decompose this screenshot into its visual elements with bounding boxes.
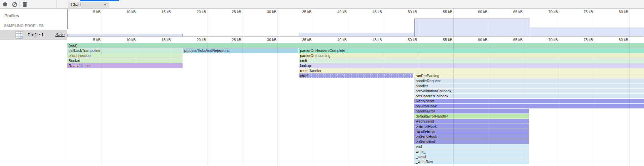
ruler-top-tick-label: 55 kB: [433, 10, 452, 14]
ruler-top-tick-label: 75 kB: [573, 10, 593, 14]
save-profile-link[interactable]: Save: [55, 32, 65, 37]
ruler-bottom-tick-label: 75 kB: [573, 38, 593, 42]
profile-icon: %: [15, 31, 23, 39]
flame-bar[interactable]: lookup: [299, 63, 644, 68]
vertical-scrollbar-thumb[interactable]: [67, 9, 68, 29]
ruler-bottom-tick-label: 70 kB: [538, 38, 558, 42]
flame-bar[interactable]: Reply.send: [414, 99, 644, 103]
grid-line: [313, 9, 313, 166]
ruler-bottom-tick-label: 20 kB: [187, 38, 206, 42]
ruler-top-tick-label: 45 kB: [363, 10, 382, 14]
flame-bar[interactable]: handleRequest: [414, 78, 644, 83]
ruler-top-tick-label: 60 kB: [468, 10, 488, 14]
delete-profile-button[interactable]: [22, 0, 28, 9]
view-mode-select[interactable]: Chart ▼: [68, 2, 109, 8]
ruler-bottom-tick-label: 45 kB: [363, 38, 382, 42]
ruler-top-tick-label: 15 kB: [151, 10, 171, 14]
record-button[interactable]: [2, 0, 8, 9]
ruler-bottom-tick-label: 60 kB: [468, 38, 488, 42]
grid-line: [418, 9, 418, 166]
ruler-bottom-tick-label: 15 kB: [151, 38, 171, 42]
flame-bar[interactable]: emit: [299, 58, 644, 63]
flame-bar[interactable]: (root): [67, 43, 644, 48]
flame-bar[interactable]: callbackTrampoline: [67, 48, 183, 53]
view-mode-value: Chart: [71, 2, 81, 7]
flame-bar[interactable]: _send: [414, 154, 529, 159]
ruler-top-tick-label: 50 kB: [397, 10, 417, 14]
record-icon: [3, 2, 7, 6]
sidebar: Profiles SAMPLING PROFILES % Profile 1 S…: [0, 9, 67, 166]
grid-line: [172, 9, 172, 166]
profiler-window: Chart ▼ Profiles SAMPLING PROFILES % Pro…: [0, 0, 644, 166]
flame-bar[interactable]: preValidationCallback: [414, 89, 644, 93]
grid-line: [242, 9, 242, 166]
flame-bar[interactable]: preHandlerCallback: [414, 94, 644, 98]
toolbar: Chart ▼: [0, 0, 644, 9]
flame-bar[interactable]: Readable.on: [67, 63, 183, 68]
ruler-bottom-tick-label: 30 kB: [257, 38, 276, 42]
clear-button[interactable]: [11, 0, 18, 9]
grid-line: [383, 9, 383, 166]
profile-name: Profile 1: [28, 32, 44, 37]
ruler-bottom-tick-label: 25 kB: [222, 38, 241, 42]
sidebar-title: Profiles: [4, 13, 19, 18]
ruler-top-tick-label: 30 kB: [257, 10, 276, 14]
flame-chart-area: 5 kB5 kB10 kB10 kB15 kB15 kB20 kB20 kB25…: [67, 9, 644, 166]
ruler-top-tick-label: 35 kB: [292, 10, 312, 14]
grid-line: [207, 9, 207, 166]
flame-bar[interactable]: Reply.send: [414, 119, 529, 124]
flame-bar[interactable]: onSendHook: [414, 134, 529, 139]
active-tab-indicator: [80, 0, 119, 1]
chevron-down-icon: ▼: [104, 3, 107, 6]
overview-segment[interactable]: [67, 34, 183, 36]
ruler-top-tick-label: 80 kB: [609, 10, 628, 14]
ruler-bottom-tick-label: 35 kB: [292, 38, 312, 42]
grid-line: [277, 9, 278, 166]
flame-bar[interactable]: handleError: [414, 109, 529, 113]
ruler-bottom-tick-label: 55 kB: [433, 38, 452, 42]
flame-bar[interactable]: parserOnHeadersComplete: [299, 48, 644, 53]
sidebar-item-profile-1[interactable]: % Profile 1 Save: [0, 30, 67, 40]
flame-bar[interactable]: onErrorHook: [414, 104, 644, 108]
grid-line: [559, 9, 559, 166]
grid-line: [594, 9, 594, 166]
flame-bar[interactable]: defaultErrorHandler: [414, 114, 529, 119]
ruler-bottom-tick-label: 10 kB: [116, 38, 136, 42]
ruler-top-tick-label: 5 kB: [81, 10, 101, 14]
grid-line: [629, 9, 630, 166]
ruler-bottom-tick-label: 80 kB: [609, 38, 628, 42]
flame-bar[interactable]: runPreParsing: [414, 73, 644, 78]
flame-bar[interactable]: onErrorHook: [414, 124, 529, 129]
grid-line: [489, 9, 489, 166]
grid-line: [102, 9, 102, 166]
flame-bar[interactable]: end: [414, 144, 529, 149]
ruler-top-tick-label: 10 kB: [116, 10, 136, 14]
grid-line: [348, 9, 348, 166]
ruler-bottom-tick-label: 65 kB: [503, 38, 523, 42]
ruler-top-tick-label: 25 kB: [222, 10, 241, 14]
flame-bar[interactable]: Socket: [67, 58, 183, 63]
ruler-top-tick-label: 40 kB: [327, 10, 347, 14]
flame-bar[interactable]: handler: [414, 84, 644, 88]
grid-line: [137, 9, 137, 166]
flame-bar[interactable]: parserOnIncoming: [299, 53, 644, 58]
ruler-bottom-tick-label: 50 kB: [397, 38, 417, 42]
ruler-top-tick-label: 20 kB: [187, 10, 206, 14]
flame-bar[interactable]: routeHandler: [299, 68, 644, 73]
overview-segment[interactable]: [299, 33, 414, 36]
svg-text:%: %: [21, 36, 23, 39]
grid-line: [524, 9, 524, 166]
flame-bar[interactable]: write_: [414, 149, 529, 154]
overview-segment[interactable]: [530, 28, 644, 36]
flame-bar[interactable]: _writeRaw: [414, 159, 529, 164]
toolbar-separator: [20, 1, 20, 7]
flame-bar[interactable]: processTicksAndRejections: [183, 48, 298, 53]
flame-bar[interactable]: onSendEnd: [414, 139, 529, 144]
trash-icon: [23, 2, 27, 7]
flame-bar[interactable]: handleError: [414, 129, 529, 134]
ruler-bottom-tick-label: 5 kB: [81, 38, 101, 42]
overview-segment[interactable]: [414, 19, 530, 36]
flame-bar[interactable]: child: [299, 73, 413, 78]
clear-icon: [12, 2, 17, 7]
flame-bar[interactable]: onconnection: [67, 53, 183, 58]
